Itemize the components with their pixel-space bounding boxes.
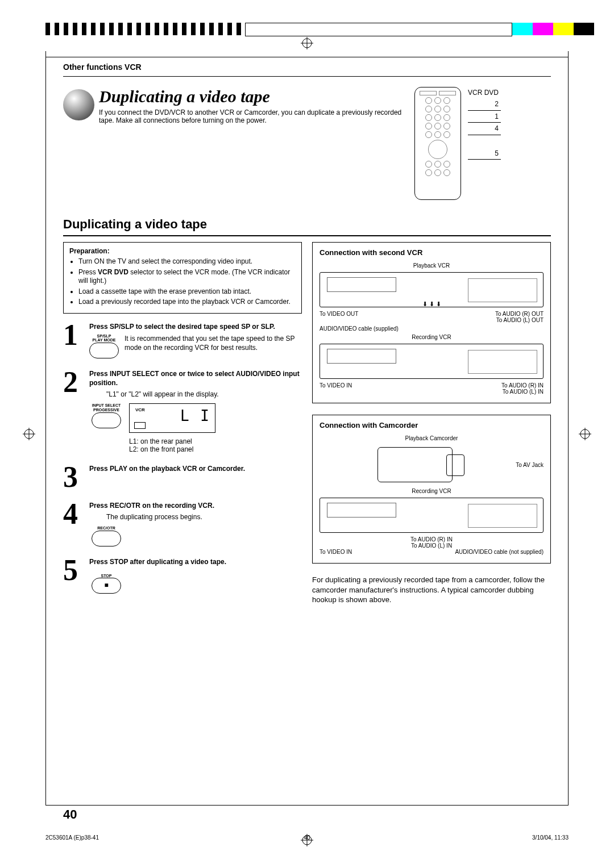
camcorder-footer-text: For duplicating a previously recorded ta… <box>312 575 551 605</box>
label-playback-camcorder: Playback Camcorder <box>320 435 544 441</box>
label-video-in: To VIDEO IN <box>320 549 352 555</box>
oval-button-icon: ■ <box>92 578 121 594</box>
step-number: 3 <box>63 465 89 490</box>
label-video-in: To VIDEO IN <box>320 382 352 389</box>
connection-vcr-box: Connection with second VCR Playback VCR … <box>312 242 551 403</box>
preparation-box: Preparation: Turn ON the TV and select t… <box>63 242 302 314</box>
label-video-out: To VIDEO OUT <box>320 311 358 317</box>
button-label-bottom: PLAY MODE <box>93 338 116 343</box>
remote-label-title: VCR DVD <box>468 87 501 98</box>
registration-mark-top <box>301 37 313 49</box>
button-label-bottom: PROGESSIVE <box>93 408 119 412</box>
page-title: Duplicating a video tape <box>63 87 409 106</box>
display-segment-text: L I <box>180 407 210 424</box>
step-heading: Press STOP after duplicating a video tap… <box>89 558 302 567</box>
display-vcr-label: VCR <box>135 407 145 412</box>
step-heading: Press REC/OTR on the recording VCR. <box>89 502 302 511</box>
step-1: 1 Press SP/SLP to select the desired tap… <box>63 323 302 358</box>
page-number: 40 <box>63 807 77 822</box>
label-cable-supplied: AUDIO/VIDEO cable (supplied) <box>320 326 544 332</box>
remote-diagram: VCR DVD 2 1 4 5 <box>414 87 551 200</box>
rca-plug-icon: ⬇ <box>429 301 434 308</box>
print-color-bar <box>45 23 594 35</box>
step-desc: "L1" or "L2" will appear in the display. <box>106 390 302 399</box>
button-label-top: REC/OTR <box>97 526 115 531</box>
step-5: 5 Press STOP after duplicating a video t… <box>63 558 302 594</box>
connections-column: Connection with second VCR Playback VCR … <box>312 242 551 605</box>
print-footer: 2C53601A (E)p38-41 40 3/10/04, 11:33 <box>45 834 569 841</box>
step-number: 5 <box>63 558 89 594</box>
label-playback-vcr: Playback VCR <box>320 262 544 269</box>
button-label-top: INPUT SELECT <box>92 403 121 408</box>
conn-heading: Connection with second VCR <box>320 248 544 257</box>
step-heading: Press SP/SLP to select the desired tape … <box>89 323 302 332</box>
step-desc: It is recommended that you set the tape … <box>125 334 302 352</box>
decorative-sphere-icon <box>63 89 94 120</box>
section-header: Other functions VCR <box>63 62 551 72</box>
remote-callout: 1 <box>489 111 499 122</box>
registration-mark-right <box>579 428 591 440</box>
step-number: 1 <box>63 323 89 358</box>
colorbar-gap <box>245 23 512 36</box>
footer-page: 40 <box>304 834 310 841</box>
registration-mark-left <box>23 428 35 440</box>
vcr-device-icon: ⬇⬇⬇ <box>320 272 544 307</box>
page-frame: Other functions VCR Duplicating a video … <box>45 51 569 806</box>
step-2: 2 Press INPUT SELECT once or twice to se… <box>63 370 302 453</box>
button-icon-spslp: SP/SLP PLAY MODE <box>89 334 119 358</box>
greyscale-stripes <box>45 23 245 35</box>
footer-doc-id: 2C53601A (E)p38-41 <box>45 834 99 841</box>
button-label-top: STOP <box>101 574 112 578</box>
remote-dpad-icon <box>428 140 447 159</box>
connection-camcorder-box: Connection with Camcorder Playback Camco… <box>312 415 551 564</box>
label-cable-not-supplied: AUDIO/VIDEO cable (not supplied) <box>455 549 544 555</box>
step-3: 3 Press PLAY on the playback VCR or Camc… <box>63 465 302 490</box>
label-audio-l-in: To AUDIO (L) IN <box>411 542 452 549</box>
button-icon-input-select: INPUT SELECT PROGESSIVE <box>89 403 123 428</box>
camcorder-icon <box>377 447 453 482</box>
oval-button-icon <box>92 412 121 428</box>
subtitle: Duplicating a video tape <box>63 217 551 232</box>
label-recording-vcr: Recording VCR <box>320 488 544 494</box>
instructions-column: Preparation: Turn ON the TV and select t… <box>63 242 302 605</box>
cassette-icon <box>134 422 146 429</box>
button-label-top: SP/SLP <box>97 334 111 339</box>
swatch-black <box>574 23 594 35</box>
step-heading: Press PLAY on the playback VCR or Camcor… <box>89 465 302 474</box>
oval-button-icon <box>89 343 119 358</box>
step-number: 4 <box>63 502 89 546</box>
step-desc: The duplicating process begins. <box>106 512 302 521</box>
step-note: L1: on the rear panel <box>129 437 215 445</box>
intro-text: If you connect the DVD/VCR to another VC… <box>97 108 409 124</box>
remote-callout: 5 <box>489 148 499 159</box>
vcr-device-icon <box>320 344 544 379</box>
vcr-device-icon <box>320 498 544 533</box>
swatch-cyan <box>512 23 533 35</box>
vcr-display-icon: VCR L I <box>129 403 215 433</box>
subtitle-rule <box>63 235 551 236</box>
label-recording-vcr: Recording VCR <box>320 334 544 340</box>
label-av-jack: To AV Jack <box>516 462 544 468</box>
prep-item: Turn ON the TV and select the correspond… <box>78 257 296 266</box>
step-note: L2: on the front panel <box>129 445 215 453</box>
step-4: 4 Press REC/OTR on the recording VCR. Th… <box>63 502 302 546</box>
remote-callout: 2 <box>489 98 499 110</box>
step-heading: Press INPUT SELECT once or twice to sele… <box>89 370 302 387</box>
label-audio-r-out: To AUDIO (R) OUT <box>495 311 544 317</box>
bold-term: VCR DVD <box>98 268 128 276</box>
rca-plug-icon: ⬇ <box>422 301 428 308</box>
prep-item: Load a previously recorded tape into the… <box>78 298 296 307</box>
remote-callout: 4 <box>489 123 499 134</box>
rca-plug-icon: ⬇ <box>436 301 441 308</box>
button-icon-recotr: REC/OTR <box>89 526 123 546</box>
preparation-heading: Preparation: <box>69 247 296 255</box>
button-icon-stop: STOP ■ <box>89 574 123 594</box>
swatch-yellow <box>553 23 574 35</box>
label-audio-l-out: To AUDIO (L) OUT <box>320 317 544 323</box>
step-number: 2 <box>63 370 89 453</box>
swatch-magenta <box>533 23 553 35</box>
remote-icon <box>414 87 461 200</box>
label-audio-l-in: To AUDIO (L) IN <box>320 389 544 395</box>
footer-timestamp: 3/10/04, 11:33 <box>532 834 569 841</box>
stop-icon: ■ <box>104 582 108 590</box>
